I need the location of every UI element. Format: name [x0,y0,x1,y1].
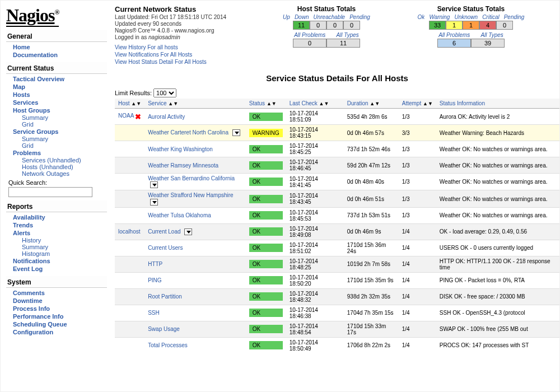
nav-sg-grid[interactable]: Grid [6,142,107,149]
col-status[interactable]: Status ▲▼ [246,99,286,109]
info-cell: PING OK - Packet loss = 0%, RTA [436,272,559,288]
service-cell[interactable]: HTTP [144,256,246,272]
hdr-ok[interactable]: Ok [416,14,427,20]
host-down-count[interactable]: 0 [310,21,326,30]
last-cell: 10-17-2014 18:50:20 [286,272,344,288]
host-all-problems[interactable]: All Problems [290,32,330,38]
nav-notifications[interactable]: Notifications [6,257,107,265]
nav-hg-summary[interactable]: Summary [6,114,107,121]
service-cell[interactable]: Weather Tulsa Oklahoma [144,207,246,223]
hdr-svc-pending[interactable]: Pending [502,14,527,20]
nav-network-outages[interactable]: Network Outages [6,170,107,177]
hdr-critical[interactable]: Critical [480,14,502,20]
svc-all-problems[interactable]: All Problems [434,32,474,38]
hdr-unknown[interactable]: Unknown [452,14,480,20]
service-cell[interactable]: Auroral Activity [144,109,246,125]
nav-alerts[interactable]: Alerts [6,229,107,237]
svc-problems-count[interactable]: 6 [437,39,471,48]
hdr-pending[interactable]: Pending [347,14,372,20]
nav-home[interactable]: Home [6,43,107,51]
col-attempt[interactable]: Attempt ▲▼ [399,99,436,109]
host-problems-count[interactable]: 0 [293,39,326,48]
nav-sg-summary[interactable]: Summary [6,136,107,142]
svc-warning-count[interactable]: 1 [446,21,463,30]
col-last-check[interactable]: Last Check ▲▼ [286,99,344,109]
nav-alerts-summary[interactable]: Summary [6,244,107,250]
quick-search-input[interactable] [8,187,92,197]
service-cell[interactable]: Current Load [144,223,246,240]
nav-documentation[interactable]: Documentation [6,51,107,59]
col-service[interactable]: Service ▲▼ [144,99,246,109]
host-up-count[interactable]: 11 [293,21,310,30]
main-content: Current Network Status Last Updated: Fri… [107,5,559,387]
nav-hosts[interactable]: Hosts [6,91,107,99]
nav-trends[interactable]: Trends [6,221,107,229]
nav-alerts-history[interactable]: History [6,237,107,244]
dropdown-icon[interactable] [150,181,158,188]
nav-scheduling-queue[interactable]: Scheduling Queue [6,320,107,328]
nav-performance-info[interactable]: Performance Info [6,312,107,320]
dropdown-icon[interactable] [184,228,192,235]
service-cell[interactable]: Weather San Bernardino California [144,174,246,190]
status-cell: OK [246,157,286,174]
nav-host-groups[interactable]: Host Groups [6,106,107,114]
service-cell[interactable]: Root Partition [144,288,246,305]
nav-hosts-unhandled[interactable]: Hosts (Unhandled) [6,164,107,170]
nav-tactical[interactable]: Tactical Overview [6,75,107,83]
host-all-types[interactable]: All Types [332,32,363,38]
hdr-down[interactable]: Down [292,14,311,20]
nav-comments[interactable]: Comments [6,289,107,297]
close-icon[interactable]: ✖ [135,113,141,121]
att-cell: 1/3 [399,174,436,190]
service-cell[interactable]: Current Users [144,240,246,256]
host-cell[interactable]: NOAA✖ [115,109,144,125]
service-cell[interactable]: PING [144,272,246,288]
nav-map[interactable]: Map [6,83,107,91]
dropdown-icon[interactable] [232,129,240,136]
hdr-unreachable[interactable]: Unreachable [311,14,347,20]
host-types-count[interactable]: 11 [326,39,360,48]
service-cell[interactable]: Weather Ramsey Minnesota [144,157,246,174]
host-unreachable-count[interactable]: 0 [326,21,343,30]
nav-services[interactable]: Services [6,99,107,106]
nav-hg-grid[interactable]: Grid [6,121,107,128]
info-cell: OK - load average: 0.29, 0.49, 0.56 [436,223,559,240]
nav-configuration[interactable]: Configuration [6,328,107,336]
svc-all-types[interactable]: All Types [476,32,507,38]
nav-event-log[interactable]: Event Log [6,265,107,273]
service-cell[interactable]: SSH [144,305,246,321]
hdr-warning[interactable]: Warning [427,14,452,20]
dur-cell: 0d 0h 46m 51s [344,190,399,207]
svc-unknown-count[interactable]: 1 [463,21,479,30]
nav-availability[interactable]: Availability [6,213,107,221]
svc-pending-count[interactable]: 0 [496,21,513,30]
nav-problems[interactable]: Problems [6,149,107,157]
svc-critical-count[interactable]: 4 [479,21,496,30]
nav-downtime[interactable]: Downtime [6,297,107,305]
limit-select[interactable]: 100 [153,88,176,97]
link-view-notifications[interactable]: View Notifications For All Hosts [115,51,255,58]
service-cell[interactable]: Swap Usage [144,321,246,337]
col-duration[interactable]: Duration ▲▼ [344,99,399,109]
table-row: PINGOK10-17-2014 18:50:201710d 15h 35m 9… [115,272,559,288]
nav-process-info[interactable]: Process Info [6,305,107,312]
nav-service-groups[interactable]: Service Groups [6,128,107,136]
service-cell[interactable]: Weather King Washington [144,141,246,157]
host-cell[interactable]: localhost [115,223,144,240]
col-host[interactable]: Host ▲▼ [115,99,144,109]
table-row: Weather Strafford New Hampshire OK10-17-… [115,190,559,207]
svc-types-count[interactable]: 39 [471,39,505,48]
link-view-host-detail[interactable]: View Host Status Detail For All Hosts [115,58,255,66]
att-cell: 1/4 [399,240,436,256]
service-cell[interactable]: Total Processes [144,337,246,353]
dropdown-icon[interactable] [150,199,158,206]
nav-alerts-histogram[interactable]: Histogram [6,250,107,257]
service-cell[interactable]: Weather Carteret North Carolina [144,125,246,141]
hdr-up[interactable]: Up [281,14,292,20]
host-pending-count[interactable]: 0 [343,21,360,30]
nav-services-unhandled[interactable]: Services (Unhandled) [6,157,107,164]
service-cell[interactable]: Weather Strafford New Hampshire [144,190,246,207]
col-status-information[interactable]: Status Information [436,99,559,109]
svc-ok-count[interactable]: 33 [429,21,446,30]
link-view-history[interactable]: View History For all hosts [115,44,255,51]
